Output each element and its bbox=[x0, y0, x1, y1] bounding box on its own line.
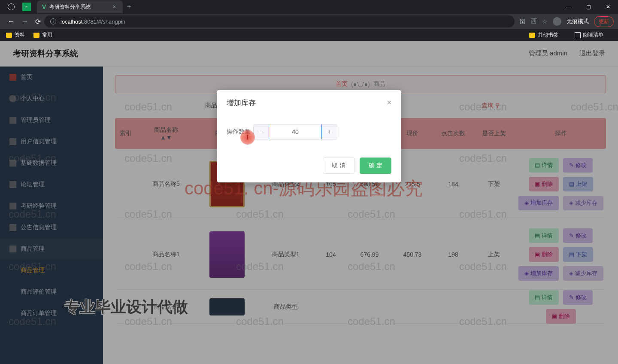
star-icon[interactable]: ☆ bbox=[542, 18, 548, 25]
browser-tab[interactable]: V 考研资料分享系统 × bbox=[37, 0, 123, 13]
reload-button[interactable]: ⟳ bbox=[32, 18, 44, 26]
window-controls: — ▢ ✕ bbox=[559, 0, 618, 14]
translate-icon[interactable]: ⻄ bbox=[531, 18, 537, 25]
vue-icon: V bbox=[42, 3, 46, 10]
tab-bar: ≡ V 考研资料分享系统 × + — ▢ ✕ bbox=[0, 0, 618, 14]
url-port: :8081 bbox=[82, 18, 97, 25]
update-button[interactable]: 更新 bbox=[594, 16, 614, 27]
bookmark-ziliao[interactable]: 资料 bbox=[6, 31, 25, 39]
site-info-icon[interactable]: i bbox=[50, 18, 56, 24]
tab-title: 考研资料分享系统 bbox=[49, 3, 91, 11]
key-icon[interactable]: ⚿ bbox=[520, 18, 526, 25]
url-path: /#/shangpin bbox=[97, 18, 125, 25]
tab-icon-blank[interactable] bbox=[8, 3, 15, 10]
forward-button[interactable]: → bbox=[18, 18, 32, 25]
folder-icon bbox=[6, 33, 12, 38]
url-input[interactable]: i localhost:8081/#/shangpin bbox=[44, 15, 515, 27]
browser-chrome: ≡ V 考研资料分享系统 × + — ▢ ✕ ← → ⟳ i localhost… bbox=[0, 0, 618, 41]
minimize-icon[interactable]: — bbox=[559, 0, 579, 14]
back-button[interactable]: ← bbox=[4, 18, 18, 25]
close-window-icon[interactable]: ✕ bbox=[598, 0, 618, 14]
incognito-icon bbox=[553, 17, 561, 26]
incognito-label: 无痕模式 bbox=[566, 18, 589, 25]
reading-list[interactable]: 阅读清单 bbox=[575, 31, 603, 39]
new-tab-button[interactable]: + bbox=[127, 3, 131, 11]
list-icon bbox=[575, 32, 581, 38]
close-icon[interactable]: × bbox=[111, 4, 118, 10]
tab-icon-app[interactable]: ≡ bbox=[22, 3, 31, 11]
maximize-icon[interactable]: ▢ bbox=[579, 0, 598, 14]
folder-icon bbox=[529, 33, 535, 38]
other-bookmarks[interactable]: 其他书签 bbox=[529, 31, 558, 39]
bookmark-changyong[interactable]: 常用 bbox=[33, 31, 52, 39]
address-bar: ← → ⟳ i localhost:8081/#/shangpin ⚿ ⻄ ☆ … bbox=[0, 14, 618, 29]
folder-icon bbox=[33, 33, 39, 38]
url-host: localhost bbox=[61, 18, 82, 25]
bookmark-bar: 资料 常用 其他书签 阅读清单 bbox=[0, 29, 618, 41]
